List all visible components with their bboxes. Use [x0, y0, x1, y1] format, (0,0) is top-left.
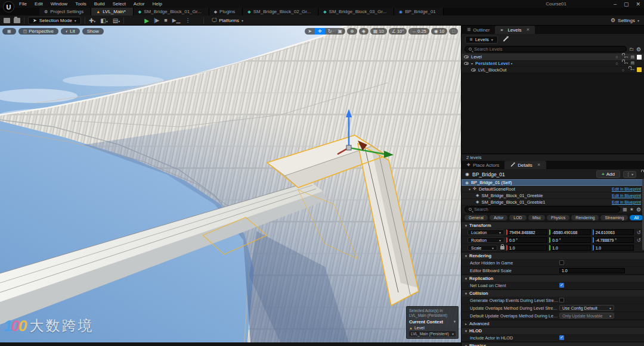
- details-settings-icon[interactable]: ⚙: [636, 207, 641, 213]
- filter-physics[interactable]: Physics: [547, 215, 569, 220]
- rotation-x-field[interactable]: 0.0 °: [506, 237, 547, 243]
- lock-icon[interactable]: [627, 68, 628, 72]
- filter-rendering[interactable]: Rendering: [571, 215, 599, 220]
- close-tab-icon[interactable]: ✕: [527, 27, 530, 32]
- scale-tool[interactable]: ▣: [335, 28, 345, 35]
- billboard-scale-field[interactable]: 1.0: [559, 268, 625, 273]
- frame-skip-button[interactable]: |▶: [154, 17, 159, 23]
- maximize-viewport-button[interactable]: □: [449, 28, 458, 35]
- display-options-icon[interactable]: ▦: [623, 207, 627, 213]
- location-y-field[interactable]: -6580.490168: [549, 229, 590, 235]
- camera-speed-button[interactable]: ◉ 10: [431, 28, 447, 35]
- section-replication[interactable]: ▾Replication: [462, 275, 644, 282]
- minimize-button[interactable]: –: [614, 1, 617, 7]
- location-dropdown[interactable]: Location▾: [467, 229, 504, 235]
- edit-in-blueprint-link[interactable]: Edit in Blueprint: [612, 187, 641, 191]
- location-z-field[interactable]: 24.610063: [593, 229, 634, 235]
- current-context-heading[interactable]: Current Context▾: [409, 319, 456, 325]
- tab-details[interactable]: Details✕: [504, 161, 546, 169]
- context-level-dropdown[interactable]: LVL_Main (Persistent)▾: [409, 331, 456, 336]
- level-color-swatch[interactable]: [637, 67, 642, 72]
- eye-icon[interactable]: [471, 68, 476, 71]
- details-options-dropdown[interactable]: ⋮▾: [623, 171, 636, 178]
- component-row-greeble1[interactable]: ◈ SM_Bridge_Block_01_Greeble1 Edit in Bl…: [462, 199, 644, 205]
- menu-file[interactable]: File: [19, 1, 27, 7]
- scale-z-field[interactable]: 1.0: [593, 245, 634, 251]
- level-viewport[interactable]: ▦ ◫Perspective ◐Lit Show ➤ ✛ ↻ ▣ ⊕ ◈ ▦ 1…: [0, 26, 461, 342]
- level-row-blockout[interactable]: LVL_BlockOut ○ ⊷: [462, 67, 644, 73]
- section-collision[interactable]: ▾Collision: [462, 289, 644, 297]
- levels-empty-area[interactable]: [462, 73, 644, 154]
- eye-icon[interactable]: [464, 62, 469, 65]
- tab-sm-bridge-block-03[interactable]: ◆SM_Bridge_Block_03_Gr...: [318, 8, 394, 15]
- lock-details-icon[interactable]: [639, 172, 640, 177]
- editor-mode-dropdown[interactable]: ➤ Selection Mode▾: [28, 17, 81, 24]
- filter-general[interactable]: General: [465, 215, 488, 220]
- menu-tools[interactable]: Tools: [75, 1, 86, 7]
- section-transform[interactable]: ▾Transform: [462, 222, 644, 229]
- include-hlod-checkbox[interactable]: ✓: [559, 335, 564, 340]
- reset-location-icon[interactable]: ↺: [636, 230, 642, 235]
- edit-in-blueprint-link[interactable]: Edit in Blueprint: [612, 200, 641, 204]
- rotation-y-field[interactable]: 0.0 °: [549, 237, 590, 243]
- content-browser-icon[interactable]: [14, 18, 20, 23]
- rotation-snap-toggle[interactable]: ∠ 10°: [389, 28, 407, 35]
- add-component-button[interactable]: +Add: [596, 170, 620, 178]
- viewport-options-button[interactable]: ▦: [2, 28, 16, 35]
- level-row-persistent[interactable]: ▾ Persistent Level • ○ ⊷ ▤: [462, 60, 644, 67]
- section-physics[interactable]: ▾Physics: [462, 342, 644, 346]
- filter-streaming[interactable]: Streaming: [600, 215, 628, 220]
- tab-sm-bridge-block-02[interactable]: ◆SM_Bridge_Block_02_Gr...: [243, 8, 318, 15]
- levels-search-input[interactable]: [474, 46, 623, 52]
- menu-build[interactable]: Build: [94, 1, 105, 7]
- menu-help[interactable]: Help: [153, 1, 162, 7]
- move-tool[interactable]: ✛: [315, 28, 325, 35]
- filter-actor[interactable]: Actor: [490, 215, 507, 220]
- blueprints-icon[interactable]: ◧▾: [100, 17, 107, 24]
- close-button[interactable]: ✕: [636, 1, 640, 7]
- cinematics-icon[interactable]: ▤▾: [113, 17, 120, 24]
- section-hlod[interactable]: ▾HLOD: [462, 327, 644, 334]
- scale-x-field[interactable]: 1.0: [506, 245, 547, 251]
- details-search-box[interactable]: [465, 206, 620, 213]
- save-icon[interactable]: [4, 18, 10, 23]
- levels-menu-button[interactable]: ≡Levels▾: [465, 36, 498, 43]
- filter-all[interactable]: All: [630, 215, 643, 220]
- lock-icon[interactable]: [620, 61, 621, 66]
- select-tool[interactable]: ➤: [305, 28, 315, 35]
- component-row-root[interactable]: ▾ ✣ DefaultSceneRoot Edit in Blueprint: [462, 186, 644, 192]
- section-advanced[interactable]: ▸Advanced: [462, 320, 644, 327]
- menu-select[interactable]: Select: [113, 1, 126, 7]
- tab-bp-bridge-01[interactable]: ◉BP_Bridge_01: [394, 8, 444, 15]
- levels-settings-icon[interactable]: ⚙: [636, 46, 641, 52]
- viewport-settings-dropdown[interactable]: ⚙ Settings▾: [611, 17, 639, 23]
- scale-lock-icon[interactable]: [500, 246, 504, 250]
- component-row-self[interactable]: ◉ BP_Bridge_01 (Self): [462, 179, 644, 186]
- launch-button[interactable]: ▶▁: [172, 17, 181, 23]
- menu-window[interactable]: Window: [51, 1, 67, 7]
- tab-project-settings[interactable]: ⚙Project Settings: [39, 8, 91, 15]
- view-mode-dropdown[interactable]: ◐Lit: [61, 28, 80, 35]
- tab-place-actors[interactable]: ✚Place Actors: [462, 161, 504, 169]
- tab-plugins[interactable]: ◆Plugins: [209, 8, 243, 15]
- grid-snap-toggle[interactable]: ▦ 10: [370, 28, 387, 35]
- rotation-z-field[interactable]: -4.788879 °: [593, 237, 634, 243]
- scale-y-field[interactable]: 1.0: [549, 245, 590, 251]
- eye-icon[interactable]: [464, 55, 469, 58]
- menu-actor[interactable]: Actor: [134, 1, 145, 7]
- rotate-tool[interactable]: ↻: [325, 28, 335, 35]
- edit-icon[interactable]: [503, 37, 507, 42]
- close-tab-icon[interactable]: ✕: [537, 163, 541, 167]
- filter-misc[interactable]: Misc: [528, 215, 545, 220]
- details-search-input[interactable]: [474, 207, 616, 212]
- actor-hidden-checkbox[interactable]: [559, 260, 564, 265]
- menu-edit[interactable]: Edit: [35, 1, 43, 7]
- location-x-field[interactable]: 79494.848882: [506, 229, 547, 235]
- edit-in-blueprint-link[interactable]: Edit in Blueprint: [612, 194, 641, 198]
- perspective-dropdown[interactable]: ◫Perspective: [18, 28, 58, 35]
- coordinate-system-toggle[interactable]: ⊕: [347, 28, 357, 35]
- scale-dropdown[interactable]: Scale▾: [467, 245, 497, 251]
- rotation-dropdown[interactable]: Rotation▾: [467, 237, 504, 243]
- folder-icon[interactable]: 🗀: [629, 46, 634, 52]
- play-options-icon[interactable]: ⋮: [185, 17, 190, 23]
